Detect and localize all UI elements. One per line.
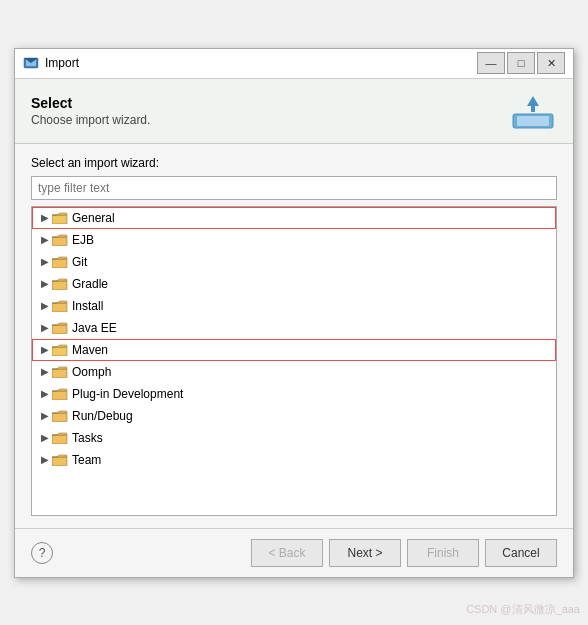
import-wizard-icon bbox=[509, 91, 557, 131]
tree-label-git: Git bbox=[72, 255, 87, 269]
window-title: Import bbox=[45, 56, 477, 70]
tree-arrow-general: ▶ bbox=[38, 211, 52, 225]
svg-rect-6 bbox=[52, 215, 67, 224]
tree-label-javaee: Java EE bbox=[72, 321, 117, 335]
tree-item-install[interactable]: ▶ Install bbox=[32, 295, 556, 317]
svg-rect-17 bbox=[52, 457, 67, 466]
window-controls: — □ ✕ bbox=[477, 52, 565, 74]
svg-rect-16 bbox=[52, 435, 67, 444]
tree-arrow-tasks: ▶ bbox=[38, 431, 52, 445]
svg-rect-15 bbox=[52, 413, 67, 422]
tree-label-rundebug: Run/Debug bbox=[72, 409, 133, 423]
close-button[interactable]: ✕ bbox=[537, 52, 565, 74]
folder-icon-ejb bbox=[52, 232, 68, 248]
header-title: Select bbox=[31, 95, 150, 111]
svg-rect-10 bbox=[52, 303, 67, 312]
content-area: Select an import wizard: ▶ General → 方式一… bbox=[15, 144, 573, 528]
tree-arrow-ejb: ▶ bbox=[38, 233, 52, 247]
svg-marker-5 bbox=[527, 96, 539, 112]
tree-item-rundebug[interactable]: ▶ Run/Debug bbox=[32, 405, 556, 427]
tree-arrow-plugin: ▶ bbox=[38, 387, 52, 401]
tree-arrow-gradle: ▶ bbox=[38, 277, 52, 291]
finish-button[interactable]: Finish bbox=[407, 539, 479, 567]
import-svg-icon bbox=[511, 92, 555, 130]
svg-rect-8 bbox=[52, 259, 67, 268]
svg-rect-13 bbox=[52, 369, 67, 378]
import-dialog: Import — □ ✕ Select Choose import wizard… bbox=[14, 48, 574, 578]
back-button[interactable]: < Back bbox=[251, 539, 323, 567]
folder-icon-install bbox=[52, 298, 68, 314]
filter-label: Select an import wizard: bbox=[31, 156, 557, 170]
tree-label-general: General bbox=[72, 211, 115, 225]
minimize-button[interactable]: — bbox=[477, 52, 505, 74]
tree-label-gradle: Gradle bbox=[72, 277, 108, 291]
tree-container[interactable]: ▶ General → 方式一 ▶ EJB ▶ Git bbox=[31, 206, 557, 516]
tree-label-team: Team bbox=[72, 453, 101, 467]
folder-icon-git bbox=[52, 254, 68, 270]
header-text: Select Choose import wizard. bbox=[31, 95, 150, 127]
folder-icon-rundebug bbox=[52, 408, 68, 424]
window-icon bbox=[23, 55, 39, 71]
folder-icon-tasks bbox=[52, 430, 68, 446]
tree-arrow-install: ▶ bbox=[38, 299, 52, 313]
tree-label-tasks: Tasks bbox=[72, 431, 103, 445]
tree-item-ejb[interactable]: ▶ EJB bbox=[32, 229, 556, 251]
header-subtitle: Choose import wizard. bbox=[31, 113, 150, 127]
title-bar: Import — □ ✕ bbox=[15, 49, 573, 79]
tree-arrow-rundebug: ▶ bbox=[38, 409, 52, 423]
tree-item-javaee[interactable]: ▶ Java EE bbox=[32, 317, 556, 339]
footer-buttons: < Back Next > Finish Cancel bbox=[251, 539, 557, 567]
svg-rect-7 bbox=[52, 237, 67, 246]
svg-rect-4 bbox=[517, 116, 549, 126]
svg-rect-14 bbox=[52, 391, 67, 400]
tree-arrow-maven: ▶ bbox=[38, 343, 52, 357]
svg-rect-9 bbox=[52, 281, 67, 290]
tree-item-maven[interactable]: ▶ Maven → 方式二 bbox=[32, 339, 556, 361]
header-section: Select Choose import wizard. bbox=[15, 79, 573, 144]
folder-icon-javaee bbox=[52, 320, 68, 336]
folder-icon-general bbox=[52, 210, 68, 226]
tree-label-ejb: EJB bbox=[72, 233, 94, 247]
tree-label-install: Install bbox=[72, 299, 103, 313]
tree-label-plugin: Plug-in Development bbox=[72, 387, 183, 401]
maximize-button[interactable]: □ bbox=[507, 52, 535, 74]
tree-item-general[interactable]: ▶ General → 方式一 bbox=[32, 207, 556, 229]
tree-arrow-oomph: ▶ bbox=[38, 365, 52, 379]
tree-item-plugin[interactable]: ▶ Plug-in Development bbox=[32, 383, 556, 405]
tree-arrow-team: ▶ bbox=[38, 453, 52, 467]
tree-label-maven: Maven bbox=[72, 343, 108, 357]
next-button[interactable]: Next > bbox=[329, 539, 401, 567]
tree-label-oomph: Oomph bbox=[72, 365, 111, 379]
folder-icon-oomph bbox=[52, 364, 68, 380]
tree-item-gradle[interactable]: ▶ Gradle bbox=[32, 273, 556, 295]
svg-rect-11 bbox=[52, 325, 67, 334]
svg-rect-12 bbox=[52, 347, 67, 356]
tree-arrow-git: ▶ bbox=[38, 255, 52, 269]
tree-item-tasks[interactable]: ▶ Tasks bbox=[32, 427, 556, 449]
filter-input[interactable] bbox=[31, 176, 557, 200]
tree-item-team[interactable]: ▶ Team bbox=[32, 449, 556, 471]
tree-arrow-javaee: ▶ bbox=[38, 321, 52, 335]
folder-icon-maven bbox=[52, 342, 68, 358]
folder-icon-team bbox=[52, 452, 68, 468]
tree-item-git[interactable]: ▶ Git bbox=[32, 251, 556, 273]
cancel-button[interactable]: Cancel bbox=[485, 539, 557, 567]
help-button[interactable]: ? bbox=[31, 542, 53, 564]
folder-icon-plugin bbox=[52, 386, 68, 402]
watermark: CSDN @清风微凉_aaa bbox=[466, 602, 580, 617]
tree-item-oomph[interactable]: ▶ Oomph bbox=[32, 361, 556, 383]
footer: ? < Back Next > Finish Cancel bbox=[15, 528, 573, 577]
folder-icon-gradle bbox=[52, 276, 68, 292]
